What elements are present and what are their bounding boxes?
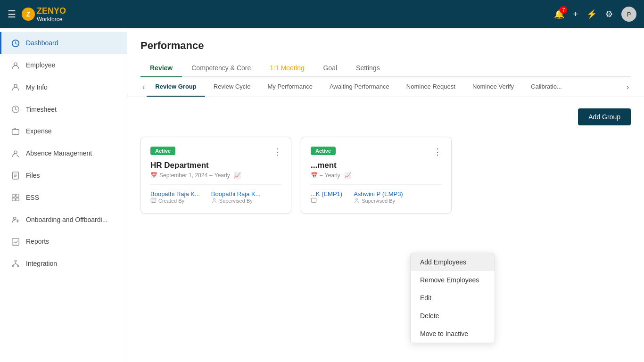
tabs-secondary-wrap: ‹ Review Group Review Cycle My Performan… [127,77,644,97]
logo: Z ZENYO Workforce [22,6,66,23]
sidebar-item-files-label: Files [26,172,40,179]
tab-awaiting-performance[interactable]: Awaiting Performance [321,77,398,97]
sidebar-item-employee[interactable]: Employee [0,54,127,76]
card-divider-2 [311,184,442,185]
calendar-icon: 📅 [150,172,157,179]
tab-review-group[interactable]: Review Group [147,77,205,97]
context-menu-edit[interactable]: Edit [411,289,495,307]
integration-icon [11,259,20,268]
card-title-2: ...ment [311,161,442,170]
dashboard-icon [11,39,20,48]
notification-button[interactable]: 🔔 7 [554,9,564,19]
svg-point-12 [14,217,16,219]
svg-rect-8 [12,194,15,197]
layout: Dashboard Employee My Info Timesheet Exp… [0,28,644,362]
tab-meeting[interactable]: 1:1 Meeting [260,59,314,77]
tab-competency[interactable]: Competency & Core [182,59,260,77]
context-menu-add-employees[interactable]: Add Employees [411,253,495,271]
svg-line-6 [17,155,19,157]
onboarding-icon [11,215,20,224]
tab-goal[interactable]: Goal [314,59,347,77]
context-menu-remove-employees[interactable]: Remove Employees [411,271,495,289]
created-by-section-2: ...K (EMP1) [311,190,342,204]
card-second: Active ⋮ ...ment 📅 – Yearly 📈 ...K (EMP1… [301,137,452,214]
supervised-by-label-2: Supervised By [354,197,403,204]
chart-icon-2: 📈 [344,172,351,179]
topbar: ☰ Z ZENYO Workforce 🔔 7 + ⚡ ⚙ P [0,0,644,28]
grid-icon[interactable]: ⚡ [586,9,597,19]
cards-row: Active ⋮ HR Department 📅 September 1, 20… [140,137,631,214]
supervised-by-label: Supervised By [211,197,261,204]
supervised-by-section-2: Ashwini P (EMP3) Supervised By [354,190,403,204]
page-title: Performance [140,40,631,52]
card-meta-2: 📅 – Yearly 📈 [311,172,442,179]
sidebar-item-onboarding[interactable]: Onboarding and Offboardi... [0,208,127,230]
sidebar: Dashboard Employee My Info Timesheet Exp… [0,28,127,362]
created-by-name-2: ...K (EMP1) [311,190,342,197]
plus-icon[interactable]: + [573,9,578,19]
card-meta: 📅 September 1, 2024 – Yearly 📈 [150,172,281,179]
status-badge-2: Active [311,147,336,155]
tab-settings[interactable]: Settings [347,59,389,77]
sidebar-item-ess[interactable]: ESS [0,186,127,208]
tab-my-performance[interactable]: My Performance [259,77,321,97]
employee-icon [11,61,20,70]
logo-icon: Z [22,8,35,21]
created-by-section: Boopathi Raja K... Created By [150,190,200,204]
tab-nav-next[interactable]: › [625,81,631,93]
svg-point-18 [213,198,215,200]
notification-badge: 7 [560,6,567,14]
sidebar-item-myinfo[interactable]: My Info [0,76,127,99]
logo-workforce: Workforce [37,16,66,23]
tab-calibration[interactable]: Calibratio... [522,77,570,97]
card-footer-2: ...K (EMP1) Ashwini P (EMP3) Supervised … [311,190,442,204]
sidebar-item-employee-label: Employee [26,61,55,69]
sidebar-item-onboarding-label: Onboarding and Offboardi... [26,216,107,223]
expense-icon [11,127,20,136]
tab-nominee-verify[interactable]: Nominee Verify [464,77,522,97]
context-menu-delete[interactable]: Delete [411,307,495,325]
card-date: September 1, 2024 [159,172,207,179]
created-by-label-2 [311,197,342,204]
tab-review[interactable]: Review [140,59,182,77]
created-by-label: Created By [150,197,200,204]
settings-icon[interactable]: ⚙ [605,9,613,19]
tab-nominee-request[interactable]: Nominee Request [398,77,464,97]
timesheet-icon [11,105,20,114]
card-divider [150,184,281,185]
svg-rect-19 [311,198,316,202]
card-footer: Boopathi Raja K... Created By Boopathi R… [150,190,281,204]
avatar[interactable]: P [621,7,636,22]
sidebar-item-absence[interactable]: Absence Management [0,142,127,165]
sidebar-item-integration[interactable]: Integration [0,253,127,275]
status-badge: Active [150,147,175,155]
sidebar-item-reports[interactable]: Reports [0,230,127,253]
card-header-2: Active ⋮ [311,147,442,157]
card-menu-button[interactable]: ⋮ [273,147,281,157]
sidebar-item-timesheet[interactable]: Timesheet [0,98,127,120]
tab-nav-prev[interactable]: ‹ [140,81,147,93]
absence-icon [11,149,20,158]
main-content: Performance Review Competency & Core 1:1… [127,28,644,362]
topbar-left: ☰ Z ZENYO Workforce [8,6,66,23]
card-menu-button-2[interactable]: ⋮ [433,147,442,157]
frequency-label-2: Yearly [325,172,340,179]
tab-review-cycle[interactable]: Review Cycle [205,77,259,97]
context-menu-move-inactive[interactable]: Move to Inactive [411,325,495,343]
card-header: Active ⋮ [150,147,281,157]
svg-rect-11 [16,198,19,201]
sidebar-item-dashboard[interactable]: Dashboard [0,32,127,54]
svg-rect-9 [16,194,19,197]
sidebar-item-absence-label: Absence Management [26,149,92,157]
ess-icon [11,193,20,202]
content-area: Add Group Active ⋮ HR Department 📅 Septe… [127,97,644,362]
add-group-button[interactable]: Add Group [578,108,631,125]
hamburger-menu[interactable]: ☰ [8,8,16,20]
sidebar-item-expense[interactable]: Expense [0,120,127,142]
svg-rect-13 [12,238,19,245]
sidebar-item-files[interactable]: Files [0,165,127,187]
separator-2: – [320,172,323,179]
page-header: Performance Review Competency & Core 1:1… [127,28,644,77]
svg-rect-4 [12,129,19,134]
created-by-name: Boopathi Raja K... [150,190,200,197]
